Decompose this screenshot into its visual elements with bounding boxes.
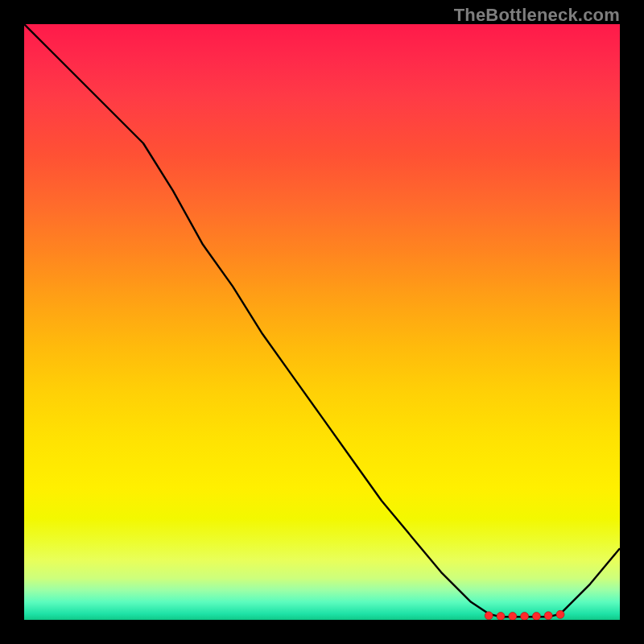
watermark: TheBottleneck.com [454,5,620,26]
chart-root: TheBottleneck.com [0,0,644,644]
plot-area [24,24,620,620]
